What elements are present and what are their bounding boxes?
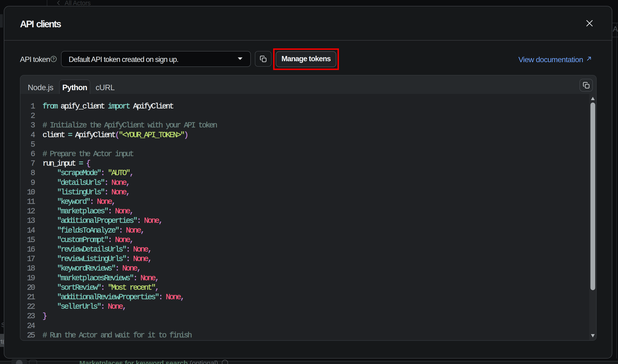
svg-text:?: ? xyxy=(53,57,55,61)
